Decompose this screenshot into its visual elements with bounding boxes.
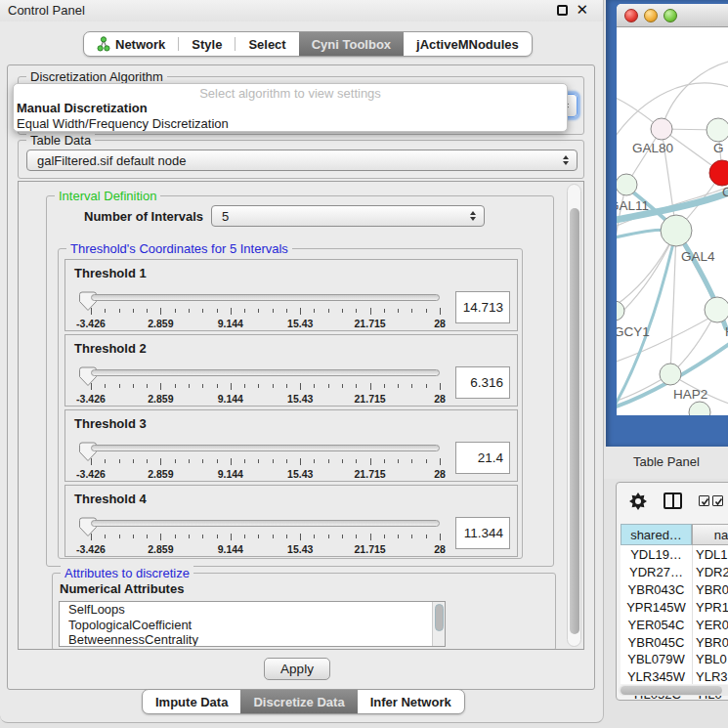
- table-row[interactable]: YBR043CYBR0: [621, 582, 728, 600]
- threshold-slider-2[interactable]: -3.4262.8599.14415.4321.71528: [79, 366, 449, 407]
- slider-tick: [175, 309, 176, 313]
- column-header-name[interactable]: na: [692, 524, 728, 545]
- slider-tick: [328, 535, 329, 538]
- table-data-group-title: Table Data: [26, 133, 95, 148]
- slider-track[interactable]: [91, 520, 440, 527]
- tab-label: jActiveMNodules: [416, 37, 519, 52]
- slider-scale-label: 2.859: [148, 468, 173, 480]
- list-scrollbar[interactable]: [432, 602, 445, 646]
- minimize-traffic-light-icon[interactable]: [644, 9, 658, 22]
- cell-shared-name[interactable]: YPR145W: [621, 600, 692, 615]
- cell-name[interactable]: YBR0: [696, 635, 728, 650]
- network-node-gal11[interactable]: [617, 174, 637, 195]
- slider-tick: [91, 383, 92, 390]
- slider-tick: [370, 383, 371, 390]
- cell-name[interactable]: YPR1: [696, 600, 728, 615]
- network-node[interactable]: [689, 402, 710, 415]
- threshold-slider-3[interactable]: -3.4262.8599.14415.4321.71528: [79, 442, 449, 483]
- cell-name[interactable]: YBL0: [696, 652, 728, 666]
- cell-name[interactable]: YDL1: [696, 547, 728, 562]
- checkbox-icon[interactable]: [699, 495, 709, 506]
- cell-shared-name[interactable]: YBL079W: [621, 652, 692, 666]
- columns-icon[interactable]: [664, 492, 682, 509]
- table-row[interactable]: YER054CYER0: [621, 618, 728, 635]
- slider-scale-label: -3.426: [76, 318, 106, 329]
- num-intervals-combobox[interactable]: 5: [211, 205, 485, 227]
- table-horizontal-scrollbar[interactable]: [619, 685, 728, 696]
- tab-style[interactable]: Style: [179, 32, 235, 56]
- interval-definition-title: Interval Definition: [55, 189, 160, 203]
- tab-discretize-data[interactable]: Discretize Data: [240, 690, 357, 713]
- slider-track[interactable]: [91, 445, 440, 451]
- slider-tick: [342, 459, 343, 463]
- cell-shared-name[interactable]: YBR043C: [621, 582, 692, 597]
- slider-tick: [189, 384, 190, 388]
- threshold-value-field[interactable]: 14.713: [455, 291, 510, 323]
- algorithm-option-manual-discretization[interactable]: Manual Discretization: [17, 101, 564, 116]
- tab-select[interactable]: Select: [236, 32, 298, 56]
- cell-name[interactable]: YDR2: [696, 565, 728, 579]
- cell-shared-name[interactable]: YER054C: [621, 618, 692, 632]
- table-panel-card: shared… na YDL19…YDL1YDR27…YDR2YBR043CYB…: [616, 482, 728, 701]
- num-intervals-value: 5: [222, 209, 229, 224]
- slider-scale-label: 28: [434, 393, 446, 405]
- network-node-h[interactable]: [705, 297, 728, 322]
- scrollbar-thumb[interactable]: [570, 208, 579, 634]
- slider-tick: [411, 309, 412, 313]
- network-node-c[interactable]: [709, 160, 728, 186]
- slider-track[interactable]: [91, 369, 440, 376]
- slider-tick: [356, 309, 357, 313]
- threshold-value-field[interactable]: 6.316: [455, 366, 510, 399]
- tab-jactivemnodules[interactable]: jActiveMNodules: [404, 32, 532, 56]
- slider-tick: [342, 384, 343, 388]
- threshold-slider-1[interactable]: -3.4262.8599.14415.4321.71528: [79, 291, 449, 332]
- threshold-value-field[interactable]: 21.4: [455, 442, 510, 474]
- network-node-gal80[interactable]: [651, 118, 672, 140]
- tab-impute-data[interactable]: Impute Data: [143, 690, 240, 713]
- column-header-shared-name[interactable]: shared…: [621, 524, 692, 545]
- table-row[interactable]: YPR145WYPR1: [621, 600, 728, 618]
- table-row[interactable]: YDL19…YDL1: [621, 547, 728, 565]
- network-node-hap2[interactable]: [660, 364, 681, 385]
- cell-name[interactable]: YER0: [696, 618, 728, 632]
- attribute-item-topologicalcoefficient[interactable]: TopologicalCoefficient: [60, 618, 445, 633]
- network-node-g[interactable]: [707, 118, 728, 142]
- threshold-value-field[interactable]: 11.344: [455, 517, 510, 549]
- network-node-gal4[interactable]: [661, 215, 692, 246]
- network-canvas[interactable]: GAL80GCGAL11GAL4GCY1HHAP2: [617, 27, 728, 415]
- cell-name[interactable]: YLR3: [696, 669, 728, 684]
- numerical-attributes-list[interactable]: SelfLoopsTopologicalCoefficientBetweenne…: [59, 601, 446, 647]
- cell-shared-name[interactable]: YBR045C: [621, 635, 692, 650]
- network-node-gcy1[interactable]: [617, 301, 624, 321]
- panel-vertical-scrollbar[interactable]: [567, 184, 581, 647]
- attribute-item-selfloops[interactable]: SelfLoops: [60, 602, 445, 618]
- close-icon[interactable]: ✕: [576, 4, 588, 16]
- slider-track[interactable]: [91, 294, 440, 301]
- network-edge-highlighted[interactable]: [617, 231, 676, 412]
- cell-shared-name[interactable]: YDR27…: [621, 565, 692, 579]
- zoom-traffic-light-icon[interactable]: [664, 9, 677, 22]
- gear-icon[interactable]: [628, 492, 648, 511]
- numerical-attributes-label: Numerical Attributes: [60, 581, 184, 596]
- threshold-label: Threshold 4: [74, 492, 147, 506]
- apply-button[interactable]: Apply: [264, 658, 330, 680]
- cell-name[interactable]: YBR0: [696, 582, 728, 597]
- cell-shared-name[interactable]: YDL19…: [621, 547, 692, 562]
- cell-shared-name[interactable]: YLR345W: [621, 669, 692, 684]
- table-data-combobox[interactable]: galFiltered.sif default node: [26, 150, 578, 171]
- table-row[interactable]: YDR27…YDR2: [621, 565, 728, 582]
- checkbox-icon[interactable]: [712, 495, 723, 506]
- tab-network[interactable]: Network: [84, 32, 178, 56]
- table-row[interactable]: YBR045CYBR0: [621, 635, 728, 653]
- threshold-slider-4[interactable]: -3.4262.8599.14415.4321.71528: [79, 517, 449, 558]
- threshold-box-2: Threshold 2-3.4262.8599.14415.4321.71528…: [64, 334, 518, 407]
- slider-scale-label: 15.43: [287, 543, 313, 555]
- tab-infer-network[interactable]: Infer Network: [358, 690, 464, 713]
- close-traffic-light-icon[interactable]: [624, 9, 638, 22]
- table-row[interactable]: YBL079WYBL0: [621, 652, 728, 669]
- slider-tick: [189, 459, 190, 463]
- tab-cyni-toolbox[interactable]: Cyni Toolbox: [299, 32, 404, 56]
- algorithm-option-equal-width-frequency-discretization[interactable]: Equal Width/Frequency Discretization: [17, 116, 564, 132]
- attribute-item-betweennesscentrality[interactable]: BetweennessCentrality: [60, 632, 445, 647]
- float-window-icon[interactable]: [557, 5, 568, 16]
